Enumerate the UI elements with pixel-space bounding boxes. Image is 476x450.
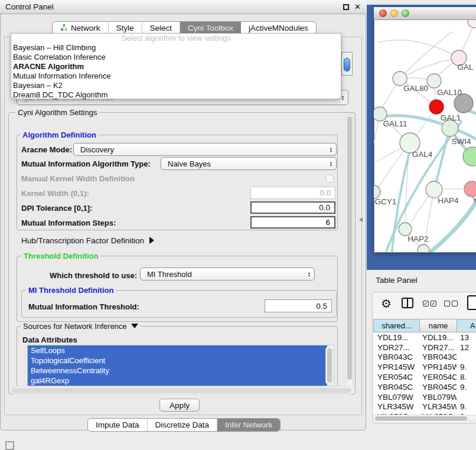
panel-resize-arrow-icon[interactable] bbox=[359, 217, 363, 222]
network-node-gal10[interactable] bbox=[427, 74, 441, 88]
table-cell: YBL079W bbox=[373, 393, 419, 402]
attribute-item-topologicalcoefficient[interactable]: TopologicalCoefficient bbox=[28, 356, 327, 366]
table-row[interactable]: YER054CYER054C8. bbox=[373, 372, 476, 382]
apply-button[interactable]: Apply bbox=[159, 399, 200, 412]
table-cell: YBR043C bbox=[373, 353, 419, 361]
table-sheet-icon[interactable] bbox=[467, 295, 476, 310]
attribute-list-scrollbar[interactable] bbox=[325, 346, 333, 385]
hub-definition-toggle[interactable]: Hub/Transcription Factor Definition bbox=[21, 236, 154, 245]
manual-kernel-checkbox[interactable] bbox=[326, 175, 334, 182]
network-node[interactable] bbox=[468, 20, 476, 28]
column-header-label: shared... bbox=[382, 321, 412, 330]
tab-label: Discretize Data bbox=[155, 420, 210, 429]
table-cell: YER054C bbox=[419, 373, 457, 381]
tab-infer-network[interactable]: Infer Network bbox=[217, 419, 280, 431]
network-node-hap2[interactable] bbox=[399, 223, 412, 236]
algorithm-option-mutual-information-inference[interactable]: Mutual Information Inference bbox=[11, 71, 341, 81]
algorithm-option-bayesian-k2[interactable]: Bayesian – K2 bbox=[11, 81, 341, 90]
algorithm-option-bayesian-hill-climbing[interactable]: Bayesian – Hill Climbing bbox=[11, 43, 341, 53]
network-window-titlebar[interactable] bbox=[374, 7, 476, 20]
table-horizontal-scrollbar[interactable] bbox=[373, 415, 476, 421]
network-node-gal1[interactable] bbox=[429, 100, 444, 114]
aracne-mode-value: Discovery bbox=[80, 145, 114, 154]
zoom-window-icon[interactable] bbox=[402, 9, 409, 17]
tab-style[interactable]: Style bbox=[109, 22, 142, 34]
network-node-hap4[interactable] bbox=[426, 181, 442, 198]
attribute-item-gal4rgexp[interactable]: gal4RGexp bbox=[28, 376, 327, 386]
node-label-gal11: GAL11 bbox=[383, 119, 407, 128]
mi-type-label: Mutual Information Algorithm Type: bbox=[21, 159, 151, 168]
node-label-gal80: GAL80 bbox=[403, 84, 428, 93]
column-view-icon[interactable] bbox=[402, 298, 413, 308]
scrollbar-thumb[interactable] bbox=[375, 416, 467, 420]
combo-spinner-icon: ▴▾ bbox=[308, 271, 310, 277]
table-cell: YDL19... bbox=[373, 333, 419, 342]
select-all-checkbox-icon[interactable]: ✓ bbox=[423, 301, 429, 306]
combo-focus-button bbox=[344, 58, 350, 71]
column-header-shared[interactable]: shared... bbox=[373, 319, 420, 332]
table-cell: YLR345W bbox=[419, 402, 457, 411]
tab-network[interactable]: Network bbox=[53, 22, 109, 34]
mi-steps-field[interactable]: 6 bbox=[250, 216, 335, 229]
table-row[interactable]: YPR145WYPR145W9. bbox=[373, 362, 476, 372]
tab-label: Cyni Toolbox bbox=[188, 24, 233, 32]
node-label-gal4: GAL4 bbox=[412, 150, 433, 159]
select-all-checkbox-icon-2[interactable]: ✓ bbox=[431, 301, 436, 306]
tab-select[interactable]: Select bbox=[142, 22, 181, 34]
dpi-tolerance-field[interactable]: 0.0 bbox=[250, 201, 335, 214]
screen: Control Panel ✕ NetworkStyleSelectCyni T… bbox=[0, 0, 476, 450]
float-panel-icon[interactable] bbox=[343, 4, 349, 10]
inference-algorithm-combo-fragment[interactable] bbox=[341, 52, 353, 76]
table-row[interactable]: YLR345WYLR345W9. bbox=[373, 402, 476, 412]
mi-steps-label: Mutual Information Steps: bbox=[21, 219, 116, 227]
tab-discretize-data[interactable]: Discretize Data bbox=[148, 419, 218, 431]
minimize-window-icon[interactable] bbox=[390, 9, 398, 17]
network-node-y[interactable] bbox=[464, 181, 476, 197]
table-row[interactable]: YDL19...YDL19...13 bbox=[373, 332, 476, 343]
algorithm-option-aracne-algorithm[interactable]: ARACNE Algorithm bbox=[11, 62, 341, 71]
collapsed-panel-icon[interactable] bbox=[5, 441, 14, 450]
network-node-swi4[interactable] bbox=[442, 120, 458, 136]
close-window-icon[interactable] bbox=[379, 9, 387, 17]
node-label-gal10: GAL10 bbox=[437, 88, 462, 97]
attribute-item-betweennesscentrality[interactable]: BetweennessCentrality bbox=[28, 366, 327, 376]
settings-horizontal-scrollbar[interactable] bbox=[9, 386, 354, 394]
combo-spinner-icon: ▴▾ bbox=[330, 161, 332, 167]
table-row[interactable]: YBR045CYBR045C9. bbox=[373, 382, 476, 392]
column-header-name[interactable]: name bbox=[419, 319, 457, 332]
settings-vertical-scrollbar[interactable] bbox=[345, 114, 353, 392]
table-row[interactable]: YBR043CYBR043C bbox=[373, 353, 476, 363]
tab-impute-data[interactable]: Impute Data bbox=[88, 419, 148, 431]
threshold-definition-title: Threshold Definition bbox=[21, 252, 100, 260]
expand-right-icon bbox=[149, 237, 154, 244]
mi-threshold-field[interactable]: 0.5 bbox=[265, 299, 332, 312]
tab-jactivemnodules[interactable]: jActiveMNodules bbox=[241, 22, 316, 34]
sources-group-toggle[interactable]: Sources for Network Inference bbox=[21, 322, 141, 331]
tab-label: Infer Network bbox=[225, 420, 272, 429]
scrollbar-thumb[interactable] bbox=[327, 348, 332, 383]
algorithm-option-basic-correlation-inference[interactable]: Basic Correlation Inference bbox=[11, 53, 341, 62]
control-panel-titlebar[interactable]: Control Panel ✕ bbox=[0, 0, 366, 14]
network-node-gcy1[interactable] bbox=[374, 185, 380, 198]
aracne-mode-combo[interactable]: Discovery ▴▾ bbox=[73, 143, 337, 156]
column-header-partial[interactable]: A bbox=[457, 319, 476, 332]
gear-icon[interactable]: ⚙ bbox=[381, 298, 392, 309]
table-row[interactable]: YBL079WYBL079W bbox=[373, 392, 476, 402]
cyni-mode-tabs: Impute DataDiscretize DataInfer Network bbox=[87, 418, 281, 432]
table-row[interactable]: YDR27...YDR27...12 bbox=[373, 343, 476, 353]
network-canvas[interactable]: GALGAL80GAL10GAL1GAL11SWI4GAL4GCY1HAP4YH… bbox=[374, 20, 476, 252]
scrollbar-thumb[interactable] bbox=[11, 388, 351, 393]
deselect-checkbox-icon[interactable] bbox=[444, 301, 450, 306]
attribute-item-selfloops[interactable]: SelfLoops bbox=[28, 345, 327, 356]
mi-type-value: Naive Bayes bbox=[168, 159, 211, 168]
mi-type-combo[interactable]: Naive Bayes ▴▾ bbox=[161, 157, 337, 170]
tab-cyni-toolbox[interactable]: Cyni Toolbox bbox=[180, 22, 241, 34]
table-cell: YDR27... bbox=[373, 343, 419, 352]
which-threshold-combo[interactable]: MI Threshold ▴▾ bbox=[140, 268, 315, 281]
close-panel-icon[interactable]: ✕ bbox=[354, 4, 361, 10]
deselect-checkbox-icon-2[interactable] bbox=[452, 301, 458, 306]
scrollbar-thumb[interactable] bbox=[347, 116, 352, 380]
kernel-width-field[interactable]: 0.0 bbox=[250, 187, 335, 199]
algorithm-option-dream8-dc-tdc-algorithm[interactable]: Dream8 DC_TDC Algorithm bbox=[11, 90, 341, 100]
which-threshold-label: Which threshold to use: bbox=[50, 271, 137, 280]
